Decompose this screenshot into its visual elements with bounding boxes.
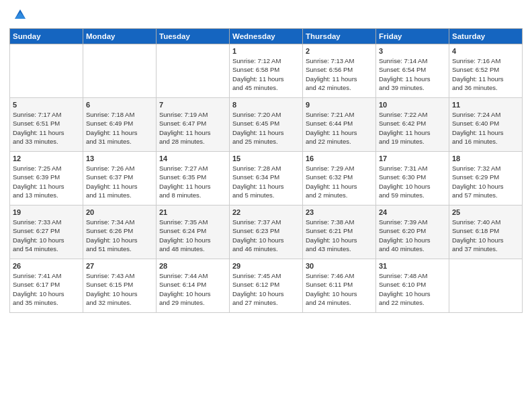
header [9,7,523,23]
day-cell: 18Sunrise: 7:32 AM Sunset: 6:29 PM Dayli… [449,152,523,205]
day-info: Sunrise: 7:32 AM Sunset: 6:29 PM Dayligh… [452,164,519,199]
day-info: Sunrise: 7:12 AM Sunset: 6:58 PM Dayligh… [232,56,300,92]
day-cell: 31Sunrise: 7:48 AM Sunset: 6:10 PM Dayli… [376,259,449,313]
day-info: Sunrise: 7:38 AM Sunset: 6:21 PM Dayligh… [306,218,373,253]
week-row-1: 1Sunrise: 7:12 AM Sunset: 6:58 PM Daylig… [10,44,523,98]
day-number: 12 [13,154,80,163]
day-info: Sunrise: 7:27 AM Sunset: 6:35 PM Dayligh… [159,164,226,199]
day-number: 18 [452,154,519,163]
day-header-wednesday: Wednesday [230,29,303,44]
week-row-4: 19Sunrise: 7:33 AM Sunset: 6:27 PM Dayli… [10,205,523,259]
day-cell: 8Sunrise: 7:20 AM Sunset: 6:45 PM Daylig… [230,98,303,152]
day-number: 20 [86,208,153,216]
day-cell [449,259,523,313]
day-info: Sunrise: 7:28 AM Sunset: 6:34 PM Dayligh… [232,164,300,199]
day-number: 9 [306,101,373,109]
day-cell: 6Sunrise: 7:18 AM Sunset: 6:49 PM Daylig… [83,98,157,152]
day-number: 22 [232,208,300,216]
day-number: 11 [452,101,519,109]
day-cell: 13Sunrise: 7:26 AM Sunset: 6:37 PM Dayli… [83,152,157,205]
day-number: 23 [306,208,373,216]
day-info: Sunrise: 7:37 AM Sunset: 6:23 PM Dayligh… [232,218,300,253]
day-number: 30 [306,262,373,270]
day-number: 6 [86,101,153,109]
day-cell: 21Sunrise: 7:35 AM Sunset: 6:24 PM Dayli… [157,205,230,259]
day-number: 21 [159,208,226,216]
day-info: Sunrise: 7:35 AM Sunset: 6:24 PM Dayligh… [159,218,226,253]
day-info: Sunrise: 7:14 AM Sunset: 6:54 PM Dayligh… [379,56,446,92]
day-cell: 7Sunrise: 7:19 AM Sunset: 6:47 PM Daylig… [157,98,230,152]
day-info: Sunrise: 7:19 AM Sunset: 6:47 PM Dayligh… [159,110,226,146]
day-cell: 28Sunrise: 7:44 AM Sunset: 6:14 PM Dayli… [157,259,230,313]
day-info: Sunrise: 7:29 AM Sunset: 6:32 PM Dayligh… [306,164,373,199]
day-cell: 20Sunrise: 7:34 AM Sunset: 6:26 PM Dayli… [83,205,157,259]
day-cell: 19Sunrise: 7:33 AM Sunset: 6:27 PM Dayli… [10,205,83,259]
day-header-tuesday: Tuesday [157,29,230,44]
header-row: SundayMondayTuesdayWednesdayThursdayFrid… [10,29,523,44]
day-info: Sunrise: 7:18 AM Sunset: 6:49 PM Dayligh… [86,110,153,146]
day-cell: 1Sunrise: 7:12 AM Sunset: 6:58 PM Daylig… [230,44,303,98]
day-number: 25 [452,208,519,216]
day-cell: 24Sunrise: 7:39 AM Sunset: 6:20 PM Dayli… [376,205,449,259]
day-info: Sunrise: 7:24 AM Sunset: 6:40 PM Dayligh… [452,110,519,146]
calendar-table: SundayMondayTuesdayWednesdayThursdayFrid… [9,28,523,313]
day-number: 16 [306,154,373,163]
day-number: 29 [232,262,300,270]
day-header-saturday: Saturday [449,29,523,44]
day-info: Sunrise: 7:41 AM Sunset: 6:17 PM Dayligh… [13,271,80,307]
week-row-3: 12Sunrise: 7:25 AM Sunset: 6:39 PM Dayli… [10,152,523,205]
day-cell: 4Sunrise: 7:16 AM Sunset: 6:52 PM Daylig… [449,44,523,98]
day-cell: 9Sunrise: 7:21 AM Sunset: 6:44 PM Daylig… [303,98,376,152]
day-info: Sunrise: 7:21 AM Sunset: 6:44 PM Dayligh… [306,110,373,146]
day-info: Sunrise: 7:40 AM Sunset: 6:18 PM Dayligh… [452,218,519,253]
day-cell: 30Sunrise: 7:46 AM Sunset: 6:11 PM Dayli… [303,259,376,313]
day-cell: 17Sunrise: 7:31 AM Sunset: 6:30 PM Dayli… [376,152,449,205]
day-number: 24 [379,208,446,216]
day-number: 7 [159,101,226,109]
day-header-monday: Monday [83,29,157,44]
day-info: Sunrise: 7:33 AM Sunset: 6:27 PM Dayligh… [13,218,80,253]
day-number: 10 [379,101,446,109]
svg-marker-1 [15,12,26,19]
day-info: Sunrise: 7:22 AM Sunset: 6:42 PM Dayligh… [379,110,446,146]
day-cell: 2Sunrise: 7:13 AM Sunset: 6:56 PM Daylig… [303,44,376,98]
week-row-5: 26Sunrise: 7:41 AM Sunset: 6:17 PM Dayli… [10,259,523,313]
day-number: 5 [13,101,80,109]
day-info: Sunrise: 7:26 AM Sunset: 6:37 PM Dayligh… [86,164,153,199]
day-info: Sunrise: 7:39 AM Sunset: 6:20 PM Dayligh… [379,218,446,253]
day-cell: 14Sunrise: 7:27 AM Sunset: 6:35 PM Dayli… [157,152,230,205]
day-number: 13 [86,154,153,163]
day-number: 1 [232,47,300,55]
week-row-2: 5Sunrise: 7:17 AM Sunset: 6:51 PM Daylig… [10,98,523,152]
day-cell: 29Sunrise: 7:45 AM Sunset: 6:12 PM Dayli… [230,259,303,313]
day-info: Sunrise: 7:45 AM Sunset: 6:12 PM Dayligh… [232,271,300,307]
day-number: 8 [232,101,300,109]
day-info: Sunrise: 7:13 AM Sunset: 6:56 PM Dayligh… [306,56,373,92]
day-info: Sunrise: 7:20 AM Sunset: 6:45 PM Dayligh… [232,110,300,146]
day-cell: 3Sunrise: 7:14 AM Sunset: 6:54 PM Daylig… [376,44,449,98]
day-info: Sunrise: 7:25 AM Sunset: 6:39 PM Dayligh… [13,164,80,199]
day-number: 26 [13,262,80,270]
day-info: Sunrise: 7:43 AM Sunset: 6:15 PM Dayligh… [86,271,153,307]
day-header-thursday: Thursday [303,29,376,44]
day-cell: 26Sunrise: 7:41 AM Sunset: 6:17 PM Dayli… [10,259,83,313]
day-number: 3 [379,47,446,55]
day-cell: 16Sunrise: 7:29 AM Sunset: 6:32 PM Dayli… [303,152,376,205]
logo-icon [12,7,28,23]
day-info: Sunrise: 7:31 AM Sunset: 6:30 PM Dayligh… [379,164,446,199]
day-header-friday: Friday [376,29,449,44]
day-info: Sunrise: 7:17 AM Sunset: 6:51 PM Dayligh… [13,110,80,146]
day-cell: 23Sunrise: 7:38 AM Sunset: 6:21 PM Dayli… [303,205,376,259]
day-header-sunday: Sunday [10,29,83,44]
day-cell: 25Sunrise: 7:40 AM Sunset: 6:18 PM Dayli… [449,205,523,259]
day-cell: 15Sunrise: 7:28 AM Sunset: 6:34 PM Dayli… [230,152,303,205]
day-cell: 12Sunrise: 7:25 AM Sunset: 6:39 PM Dayli… [10,152,83,205]
day-number: 2 [306,47,373,55]
day-cell [83,44,157,98]
day-number: 15 [232,154,300,163]
day-cell [10,44,83,98]
day-info: Sunrise: 7:34 AM Sunset: 6:26 PM Dayligh… [86,218,153,253]
day-number: 4 [452,47,519,55]
day-cell: 5Sunrise: 7:17 AM Sunset: 6:51 PM Daylig… [10,98,83,152]
main-container: SundayMondayTuesdayWednesdayThursdayFrid… [0,0,532,411]
